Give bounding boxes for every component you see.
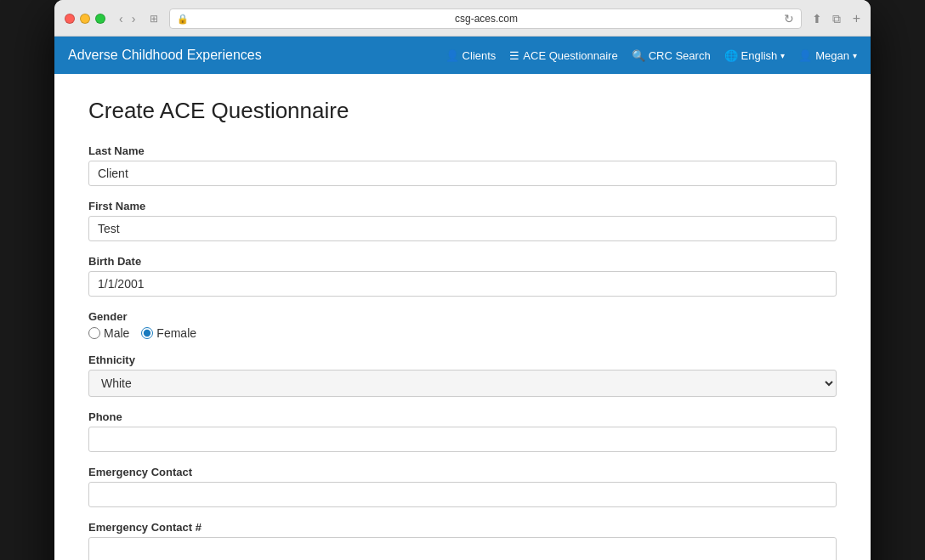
gender-female-label: Female [156,326,196,340]
nav-language[interactable]: 🌐 English ▾ [724,49,786,62]
phone-label: Phone [88,410,837,423]
phone-input[interactable] [88,427,837,452]
first-name-input[interactable] [88,216,837,241]
main-content: Create ACE Questionnaire Last Name First… [54,74,871,560]
browser-chrome: ‹ › ⊞ 🔒 csg-aces.com ↻ ⬆ ⧉ + [54,0,871,37]
browser-window: ‹ › ⊞ 🔒 csg-aces.com ↻ ⬆ ⧉ + Adverse Chi… [54,0,871,560]
birth-date-input[interactable] [88,271,837,297]
birth-date-group: Birth Date [88,255,837,297]
app-nav: Adverse Childhood Experiences 👤 Clients … [54,37,871,74]
gender-group: Gender Male Female [88,310,837,340]
emergency-contact-label: Emergency Contact [88,466,837,478]
new-tab-button[interactable]: + [853,11,860,26]
last-name-label: Last Name [88,144,837,157]
search-icon: 🔍 [632,49,645,62]
nav-clients[interactable]: 👤 Clients [445,49,497,62]
emergency-contact-num-label: Emergency Contact # [88,521,837,534]
phone-group: Phone [88,410,837,452]
share-button[interactable]: ⬆ [809,10,826,28]
nav-links: 👤 Clients ☰ ACE Questionnaire 🔍 CRC Sear… [445,49,857,62]
user-icon: 👤 [798,49,812,62]
clients-icon: 👤 [445,49,459,62]
gender-male-radio[interactable] [88,327,100,339]
nav-clients-label: Clients [462,49,497,62]
emergency-contact-num-input[interactable] [88,537,837,560]
first-name-label: First Name [88,200,837,212]
browser-actions: ⬆ ⧉ [809,10,844,28]
address-bar: 🔒 csg-aces.com ↻ [169,8,801,29]
forward-button[interactable]: › [128,10,139,27]
language-dropdown-icon: ▾ [780,51,785,60]
nav-language-label: English [741,49,778,62]
gender-label: Gender [88,310,837,323]
nav-user-label: Megan [815,49,849,62]
nav-user[interactable]: 👤 Megan ▾ [798,49,857,62]
lock-icon: 🔒 [177,14,189,25]
last-name-group: Last Name [88,144,837,186]
user-dropdown-icon: ▾ [853,51,857,60]
gender-female-option[interactable]: Female [141,326,196,340]
nav-crc-search[interactable]: 🔍 CRC Search [632,49,711,62]
ethnicity-label: Ethnicity [88,354,837,366]
ethnicity-select[interactable]: White Black or African American Hispanic… [88,370,837,397]
last-name-input[interactable] [88,161,837,186]
gender-male-option[interactable]: Male [88,326,129,340]
birth-date-label: Birth Date [88,255,837,268]
gender-radio-group: Male Female [88,326,837,340]
gender-male-label: Male [104,326,129,340]
fullscreen-button[interactable] [95,14,105,24]
first-name-group: First Name [88,200,837,241]
close-button[interactable] [65,14,75,24]
emergency-contact-group: Emergency Contact [88,466,837,507]
nav-crc-label: CRC Search [649,49,711,62]
emergency-contact-input[interactable] [88,482,837,507]
url-text: csg-aces.com [194,13,778,25]
ethnicity-group: Ethnicity White Black or African America… [88,354,837,397]
gender-female-radio[interactable] [141,327,153,339]
emergency-contact-num-group: Emergency Contact # [88,521,837,560]
minimize-button[interactable] [80,14,90,24]
page-title: Create ACE Questionnaire [88,98,837,124]
grid-view-button[interactable]: ⊞ [145,11,162,26]
nav-ace-questionnaire[interactable]: ☰ ACE Questionnaire [509,49,617,62]
back-button[interactable]: ‹ [116,10,127,27]
traffic-lights [65,14,105,24]
app-title: Adverse Childhood Experiences [68,48,262,63]
nav-ace-label: ACE Questionnaire [523,49,617,62]
globe-icon: 🌐 [724,49,738,62]
nav-buttons: ‹ › [116,10,139,27]
duplicate-button[interactable]: ⧉ [829,10,844,28]
ace-icon: ☰ [509,49,519,62]
reload-button[interactable]: ↻ [784,12,794,25]
